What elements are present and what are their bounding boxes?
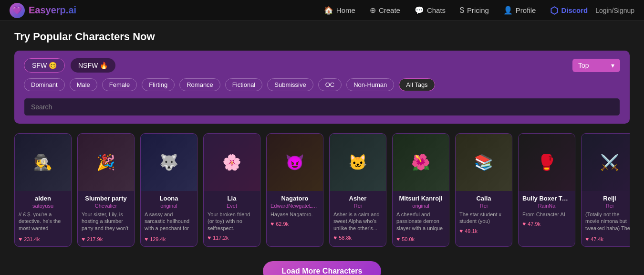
char-likes: ♥47.4k bbox=[585, 236, 630, 243]
chevron-down-icon: ▾ bbox=[611, 62, 614, 69]
sort-dropdown[interactable]: Top ▾ bbox=[572, 59, 620, 72]
char-card[interactable]: 🥊Bully Boxer TomboyRainNaFrom Character … bbox=[518, 133, 575, 247]
char-card[interactable]: 😈NagatoroEdwardNewgateLoverHayase Nagato… bbox=[266, 133, 323, 247]
char-author: Rei bbox=[585, 203, 630, 209]
char-name: Mitsuri Kanroji bbox=[396, 195, 445, 202]
char-likes: ♥47.9k bbox=[522, 221, 571, 227]
tag-btn-all-tags[interactable]: All Tags bbox=[399, 78, 435, 91]
char-avatar: 📚 bbox=[456, 134, 512, 191]
search-input[interactable] bbox=[24, 98, 620, 116]
char-likes-count: 50.0k bbox=[402, 236, 415, 242]
char-info: Bully Boxer TomboyRainNaFrom Character A… bbox=[519, 191, 575, 231]
tag-btn-flirting[interactable]: Flirting bbox=[142, 78, 175, 91]
char-desc: Your sister, Lily, is hosting a slumber … bbox=[82, 211, 130, 233]
char-info: LiaEvetYour broken friend (or toy) with … bbox=[204, 191, 260, 245]
char-author: Evet bbox=[208, 203, 256, 209]
char-desc: // £ $. you're a detective. he's the mos… bbox=[19, 211, 67, 233]
heart-icon: ♥ bbox=[270, 221, 274, 227]
tag-btn-male[interactable]: Male bbox=[70, 78, 97, 91]
home-icon: 🏠 bbox=[324, 6, 333, 15]
char-desc: Asher is a calm and sweet Alpha who's un… bbox=[333, 211, 382, 232]
char-author: RainNa bbox=[522, 203, 571, 209]
page-title: Try Popular Characters Now bbox=[14, 31, 630, 43]
char-card[interactable]: 🌸LiaEvetYour broken friend (or toy) with… bbox=[203, 133, 260, 247]
char-likes-count: 117.2k bbox=[213, 235, 229, 241]
tag-btn-female[interactable]: Female bbox=[102, 78, 137, 91]
login-signup-link[interactable]: Login/Signup bbox=[595, 7, 634, 14]
char-likes: ♥49.1k bbox=[459, 228, 508, 234]
char-likes: ♥129.4k bbox=[145, 236, 193, 243]
heart-icon: ♥ bbox=[522, 221, 526, 227]
tag-btn-romance[interactable]: Romance bbox=[179, 78, 220, 91]
logo[interactable]: 💜 Easyerp.ai bbox=[10, 3, 76, 18]
char-card[interactable]: 🐺LoonaoriginalA sassy and sarcastic hell… bbox=[140, 133, 197, 247]
profile-icon: 👤 bbox=[503, 6, 513, 15]
char-likes-count: 47.9k bbox=[528, 221, 540, 227]
char-card[interactable]: 🐱AsherReiAsher is a calm and sweet Alpha… bbox=[329, 133, 386, 247]
char-likes: ♥231.4k bbox=[19, 236, 67, 243]
char-info: Slumber partyChevalierYour sister, Lily,… bbox=[78, 191, 134, 246]
char-avatar: 🐱 bbox=[330, 134, 386, 191]
logo-icon: 💜 bbox=[10, 3, 25, 18]
char-desc: (Totally not the movie nimona but tweake… bbox=[585, 211, 630, 233]
char-likes: ♥58.8k bbox=[333, 234, 382, 241]
char-author: Rei bbox=[459, 203, 508, 209]
tag-btn-dominant[interactable]: Dominant bbox=[24, 78, 65, 91]
nav-create[interactable]: ⊕ Create bbox=[370, 6, 400, 15]
char-likes-count: 49.1k bbox=[465, 228, 478, 234]
char-info: CallaReiThe star student x student (you)… bbox=[456, 191, 512, 238]
filter-modes: SFW 😊 NSFW 🔥 bbox=[24, 58, 115, 73]
load-more-button[interactable]: Load More Characters bbox=[263, 261, 382, 275]
nav-profile[interactable]: 👤 Profile bbox=[503, 6, 536, 15]
char-likes-count: 217.9k bbox=[87, 236, 103, 242]
heart-icon: ♥ bbox=[396, 236, 400, 243]
heart-icon: ♥ bbox=[333, 234, 337, 241]
char-author: EdwardNewgateLover bbox=[270, 203, 319, 209]
char-desc: From Character AI bbox=[522, 211, 571, 218]
nav-home[interactable]: 🏠 Home bbox=[324, 6, 355, 15]
load-more-wrap: Load More Characters bbox=[14, 256, 630, 275]
char-name: Loona bbox=[145, 195, 193, 202]
heart-icon: ♥ bbox=[145, 236, 148, 243]
char-likes-count: 47.4k bbox=[591, 236, 603, 242]
nav-right: ⬡ Discord Login/Signup bbox=[550, 5, 634, 16]
logo-text: Easyerp.ai bbox=[29, 5, 76, 16]
char-likes: ♥50.0k bbox=[396, 236, 445, 243]
char-avatar: 🐺 bbox=[141, 134, 197, 191]
char-name: Calla bbox=[459, 195, 508, 202]
char-name: Slumber party bbox=[82, 195, 130, 202]
char-card[interactable]: 🎉Slumber partyChevalierYour sister, Lily… bbox=[77, 133, 135, 247]
char-likes-count: 231.4k bbox=[24, 236, 40, 242]
discord-icon: ⬡ bbox=[550, 5, 558, 16]
char-avatar: ⚔️ bbox=[582, 134, 630, 191]
main-content: Try Popular Characters Now SFW 😊 NSFW 🔥 … bbox=[0, 21, 644, 275]
char-card[interactable]: 🕵️aidensatoyusu// £ $. you're a detectiv… bbox=[14, 133, 72, 247]
char-desc: A cheerful and passionate demon slayer w… bbox=[396, 211, 445, 233]
chats-icon: 💬 bbox=[415, 6, 424, 15]
nav-chats[interactable]: 💬 Chats bbox=[415, 6, 446, 15]
char-card[interactable]: ⚔️ReijiRei(Totally not the movie nimona … bbox=[581, 133, 630, 247]
heart-icon: ♥ bbox=[585, 236, 589, 243]
char-avatar: 🌸 bbox=[204, 134, 260, 191]
nav-pricing[interactable]: $ Pricing bbox=[460, 6, 489, 15]
char-desc: Your broken friend (or toy) with no self… bbox=[208, 211, 256, 232]
tag-btn-oc[interactable]: OC bbox=[318, 78, 342, 91]
char-card[interactable]: 🌺Mitsuri KanrojioriginalA cheerful and p… bbox=[392, 133, 449, 247]
heart-icon: ♥ bbox=[208, 234, 211, 241]
char-author: satoyusu bbox=[19, 203, 67, 209]
char-name: Asher bbox=[333, 195, 382, 202]
tag-btn-fictional[interactable]: Fictional bbox=[225, 78, 262, 91]
sfw-button[interactable]: SFW 😊 bbox=[24, 58, 65, 73]
char-desc: The star student x student (you) bbox=[459, 211, 508, 225]
tag-btn-non-human[interactable]: Non-Human bbox=[346, 78, 394, 91]
char-card[interactable]: 📚CallaReiThe star student x student (you… bbox=[455, 133, 512, 247]
char-avatar: 🌺 bbox=[393, 134, 449, 191]
char-name: Lia bbox=[208, 195, 256, 202]
char-likes-count: 58.8k bbox=[339, 235, 352, 241]
char-likes-count: 62.9k bbox=[276, 221, 289, 227]
discord-link[interactable]: ⬡ Discord bbox=[550, 5, 588, 16]
tag-btn-submissive[interactable]: Submissive bbox=[267, 78, 313, 91]
characters-grid: 🕵️aidensatoyusu// £ $. you're a detectiv… bbox=[14, 133, 630, 247]
pricing-icon: $ bbox=[460, 6, 464, 15]
nsfw-button[interactable]: NSFW 🔥 bbox=[71, 58, 115, 73]
